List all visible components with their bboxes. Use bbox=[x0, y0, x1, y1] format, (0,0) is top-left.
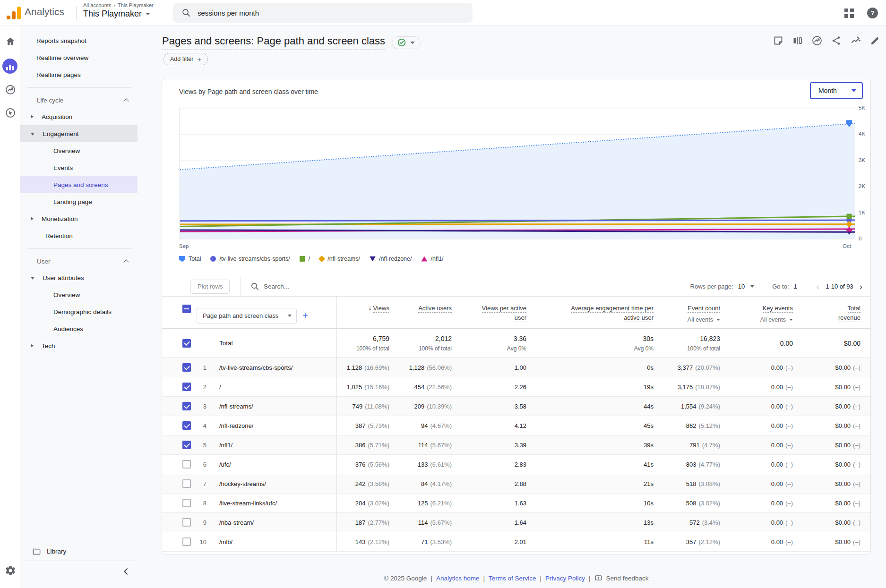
row-checkbox[interactable] bbox=[182, 441, 191, 449]
row-path: /nfl1/ bbox=[211, 435, 337, 454]
footer-link-terms[interactable]: Terms of Service bbox=[489, 575, 536, 582]
y-axis-tick: 1K bbox=[859, 210, 865, 215]
home-icon[interactable] bbox=[5, 36, 16, 47]
row-number: 8 bbox=[192, 494, 211, 512]
total-checkbox[interactable] bbox=[182, 339, 191, 348]
breadcrumb-property[interactable]: This Playmaker bbox=[118, 2, 154, 8]
global-search[interactable] bbox=[173, 3, 473, 23]
table-search-input[interactable] bbox=[264, 283, 415, 290]
row-checkbox[interactable] bbox=[182, 383, 191, 391]
legend-item[interactable]: Total bbox=[179, 256, 201, 262]
sidebar-item-monetization[interactable]: Monetization bbox=[20, 210, 138, 227]
select-all-checkbox[interactable] bbox=[182, 305, 191, 313]
column-header-active-users[interactable]: Active users bbox=[389, 297, 452, 328]
search-input[interactable] bbox=[198, 9, 453, 17]
insights-icon[interactable] bbox=[850, 35, 861, 46]
sidebar-item-audiences[interactable]: Audiences bbox=[20, 320, 138, 337]
explore-icon[interactable] bbox=[5, 84, 16, 95]
column-header-views-per-active-user[interactable]: Views per active user bbox=[452, 297, 526, 328]
comparison-icon[interactable] bbox=[792, 35, 803, 46]
row-checkbox[interactable] bbox=[182, 537, 191, 546]
sidebar-item-user[interactable]: User bbox=[20, 253, 138, 269]
goto-page-input[interactable]: 1 bbox=[794, 283, 797, 290]
chevron-down-icon[interactable] bbox=[31, 133, 34, 136]
next-page-icon[interactable]: › bbox=[858, 282, 864, 291]
share-icon[interactable] bbox=[831, 35, 842, 46]
breadcrumb-account[interactable]: All accounts bbox=[83, 2, 111, 8]
dimension-select[interactable]: Page path and screen class bbox=[197, 308, 297, 324]
sidebar-item-realtime-pages[interactable]: Realtime pages bbox=[20, 66, 138, 83]
report-status-badge[interactable] bbox=[392, 36, 421, 49]
legend-item[interactable]: /nfl-streams/ bbox=[319, 256, 360, 262]
chevron-right-icon[interactable] bbox=[31, 115, 34, 119]
rows-per-page-caret-icon[interactable] bbox=[750, 285, 754, 288]
sidebar-item-events[interactable]: Events bbox=[20, 159, 138, 176]
sidebar-item-acquisition[interactable]: Acquisition bbox=[20, 108, 138, 125]
row-checkbox[interactable] bbox=[182, 479, 191, 488]
prev-page-icon[interactable]: ‹ bbox=[815, 282, 821, 291]
legend-item[interactable]: /nfl-redzone/ bbox=[370, 256, 412, 262]
sidebar-item-life-cycle[interactable]: Life cycle bbox=[20, 92, 138, 108]
sidebar-item-tech[interactable]: Tech bbox=[20, 337, 138, 354]
legend-item[interactable]: /tv-live-streams/cbs-sports/ bbox=[210, 256, 290, 262]
sidebar-item-overview[interactable]: Overview bbox=[20, 142, 138, 159]
explore-report-icon[interactable] bbox=[811, 35, 823, 46]
chevron-right-icon[interactable] bbox=[31, 217, 34, 221]
sidebar-item-landing-page[interactable]: Landing page bbox=[20, 193, 138, 210]
row-checkbox[interactable] bbox=[182, 460, 191, 469]
edit-icon[interactable] bbox=[869, 35, 881, 46]
sidebar-item-retention[interactable]: Retention bbox=[20, 227, 138, 244]
legend-item[interactable]: /nfl1/ bbox=[421, 256, 443, 262]
icon-rail bbox=[0, 26, 20, 588]
active-users-cell: 71(3.53%) bbox=[389, 532, 452, 551]
account-switcher[interactable]: This Playmaker bbox=[83, 9, 154, 19]
help-icon[interactable]: ? bbox=[867, 8, 878, 18]
add-dimension-button[interactable]: + bbox=[302, 310, 308, 321]
sidebar-item-pages-and-screens[interactable]: Pages and screens bbox=[20, 176, 138, 193]
sidebar-item-overview[interactable]: Overview bbox=[20, 286, 138, 303]
sidebar-item-user-attributes[interactable]: User attributes bbox=[20, 269, 138, 286]
sidebar-item-library[interactable]: Library bbox=[20, 542, 138, 561]
column-header-event-count[interactable]: Event count All events bbox=[654, 297, 720, 328]
row-checkbox[interactable] bbox=[182, 402, 191, 410]
sidebar-item-reports-snapshot[interactable]: Reports snapshot bbox=[20, 32, 138, 49]
column-header-total-revenue[interactable]: Total revenue bbox=[793, 297, 860, 328]
avg-engagement-cell: 21s bbox=[526, 474, 654, 493]
views-per-active-user-cell: 2.26 bbox=[452, 377, 526, 396]
footer-link-privacy[interactable]: Privacy Policy bbox=[545, 575, 585, 582]
key-events-cell: 0.00(–) bbox=[720, 416, 793, 435]
legend-item[interactable]: / bbox=[300, 256, 310, 262]
sidebar-item-realtime-overview[interactable]: Realtime overview bbox=[20, 49, 138, 66]
collapse-sidebar-icon[interactable] bbox=[123, 569, 129, 574]
page-title[interactable]: Pages and screens: Page path and screen … bbox=[162, 35, 385, 50]
row-number: 9 bbox=[192, 513, 211, 532]
separator: | bbox=[430, 575, 432, 582]
event-count-filter[interactable]: All events bbox=[688, 316, 720, 323]
apps-grid-icon[interactable] bbox=[844, 9, 856, 20]
column-header-views[interactable]: ↓Views bbox=[337, 297, 389, 328]
key-events-filter[interactable]: All events bbox=[760, 316, 793, 323]
sidebar-item-demographic-details[interactable]: Demographic details bbox=[20, 303, 138, 320]
row-checkbox[interactable] bbox=[182, 499, 191, 507]
advertising-icon[interactable] bbox=[5, 107, 16, 119]
chevron-down-icon[interactable] bbox=[31, 277, 34, 280]
row-path: /nfl-redzone/ bbox=[211, 416, 337, 435]
plot-rows-button[interactable]: Plot rows bbox=[190, 280, 230, 294]
rows-per-page-value[interactable]: 10 bbox=[738, 283, 745, 290]
granularity-select[interactable]: Month bbox=[810, 82, 863, 99]
row-checkbox[interactable] bbox=[182, 363, 191, 372]
breadcrumb[interactable]: All accounts › This Playmaker bbox=[83, 2, 154, 8]
admin-gear-icon[interactable] bbox=[5, 565, 16, 576]
table-total-row: Total 6,759100% of total 2,012100% of to… bbox=[162, 329, 870, 358]
notes-icon[interactable] bbox=[773, 35, 784, 46]
send-feedback-link[interactable]: Send feedback bbox=[606, 575, 649, 582]
sidebar-item-engagement[interactable]: Engagement bbox=[20, 125, 138, 142]
chevron-right-icon[interactable] bbox=[31, 344, 34, 348]
row-checkbox[interactable] bbox=[182, 518, 191, 527]
footer-link-analytics-home[interactable]: Analytics home bbox=[436, 575, 480, 582]
column-header-key-events[interactable]: Key events All events bbox=[720, 297, 793, 328]
column-header-avg-engagement[interactable]: Average engagement time per active user bbox=[526, 297, 654, 328]
reports-icon[interactable] bbox=[2, 59, 17, 74]
add-filter-button[interactable]: Add filter + bbox=[163, 53, 208, 65]
row-checkbox[interactable] bbox=[182, 421, 191, 430]
